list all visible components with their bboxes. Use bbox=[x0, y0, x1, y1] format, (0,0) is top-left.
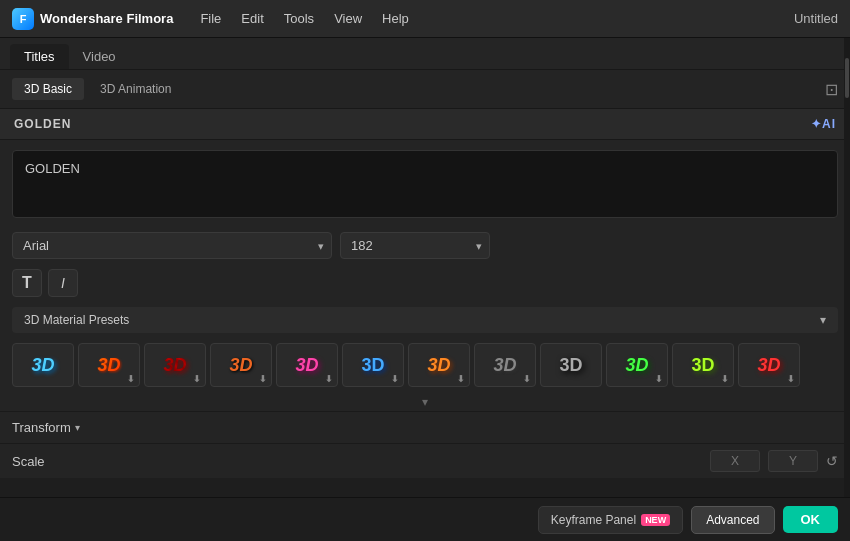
titlebar: F Wondershare Filmora File Edit Tools Vi… bbox=[0, 0, 850, 38]
ok-button[interactable]: OK bbox=[783, 506, 839, 533]
preset-label-4: 3D bbox=[229, 355, 252, 376]
transform-arrow: ▾ bbox=[75, 422, 80, 433]
panel: 3D Basic 3D Animation ⊡ GOLDEN ✦AI GOLDE… bbox=[0, 70, 850, 478]
download-icon-10: ⬇ bbox=[655, 374, 663, 384]
preset-9[interactable]: 3D bbox=[540, 343, 602, 387]
transform-row: Transform ▾ bbox=[0, 411, 850, 443]
scale-reset-icon[interactable]: ↺ bbox=[826, 453, 838, 469]
bottom-bar: Keyframe Panel NEW Advanced OK bbox=[0, 497, 850, 541]
style-row: T I bbox=[0, 263, 850, 303]
menu-bar: File Edit Tools View Help bbox=[191, 7, 417, 30]
download-icon-6: ⬇ bbox=[391, 374, 399, 384]
subtab-3d-basic[interactable]: 3D Basic bbox=[12, 78, 84, 100]
preset-12[interactable]: 3D ⬇ bbox=[738, 343, 800, 387]
download-icon-3: ⬇ bbox=[193, 374, 201, 384]
ai-icon[interactable]: ✦AI bbox=[811, 117, 836, 131]
download-icon-4: ⬇ bbox=[259, 374, 267, 384]
font-select-wrapper: Arial bbox=[12, 232, 332, 259]
scale-y-input[interactable] bbox=[768, 450, 818, 472]
expand-icon[interactable]: ⊡ bbox=[825, 80, 838, 99]
presets-header-label: 3D Material Presets bbox=[24, 313, 129, 327]
transform-label[interactable]: Transform ▾ bbox=[12, 420, 80, 435]
scale-label: Scale bbox=[12, 454, 710, 469]
subtab-3d-animation[interactable]: 3D Animation bbox=[88, 78, 183, 100]
app-name: Wondershare Filmora bbox=[40, 11, 173, 26]
download-icon-7: ⬇ bbox=[457, 374, 465, 384]
preset-label-10: 3D bbox=[625, 355, 648, 376]
right-scrollbar[interactable] bbox=[844, 38, 850, 497]
advanced-button[interactable]: Advanced bbox=[691, 506, 774, 534]
preset-label-7: 3D bbox=[427, 355, 450, 376]
preset-11[interactable]: 3D ⬇ bbox=[672, 343, 734, 387]
preset-label-8: 3D bbox=[493, 355, 516, 376]
presets-row: 3D 3D ⬇ 3D ⬇ 3D ⬇ 3D ⬇ 3D ⬇ 3D ⬇ 3D ⬇ bbox=[0, 337, 850, 393]
menu-help[interactable]: Help bbox=[373, 7, 418, 30]
logo-icon: F bbox=[12, 8, 34, 30]
bold-button[interactable]: T bbox=[12, 269, 42, 297]
preset-label-11: 3D bbox=[691, 355, 714, 376]
font-row: Arial 182 bbox=[0, 228, 850, 263]
window-title: Untitled bbox=[794, 11, 838, 26]
preview-text: GOLDEN bbox=[25, 161, 80, 176]
preset-6[interactable]: 3D ⬇ bbox=[342, 343, 404, 387]
italic-button[interactable]: I bbox=[48, 269, 78, 297]
subtab-row: 3D Basic 3D Animation ⊡ bbox=[0, 70, 850, 109]
download-icon-11: ⬇ bbox=[721, 374, 729, 384]
scrollbar-thumb bbox=[845, 58, 849, 98]
preset-7[interactable]: 3D ⬇ bbox=[408, 343, 470, 387]
preset-4[interactable]: 3D ⬇ bbox=[210, 343, 272, 387]
scale-row: Scale ↺ bbox=[0, 443, 850, 478]
preset-label-2: 3D bbox=[97, 355, 120, 376]
transform-text: Transform bbox=[12, 420, 71, 435]
scroll-indicator: ▾ bbox=[0, 393, 850, 411]
download-icon-5: ⬇ bbox=[325, 374, 333, 384]
font-size-select[interactable]: 182 bbox=[340, 232, 490, 259]
tab-titles[interactable]: Titles bbox=[10, 44, 69, 69]
tab-video[interactable]: Video bbox=[69, 44, 130, 69]
section-label: GOLDEN ✦AI bbox=[0, 109, 850, 140]
new-badge: NEW bbox=[641, 514, 670, 526]
font-select[interactable]: Arial bbox=[12, 232, 332, 259]
preset-label-1: 3D bbox=[31, 355, 54, 376]
preset-3[interactable]: 3D ⬇ bbox=[144, 343, 206, 387]
download-icon-2: ⬇ bbox=[127, 374, 135, 384]
presets-chevron-icon: ▾ bbox=[820, 313, 826, 327]
download-icon-8: ⬇ bbox=[523, 374, 531, 384]
preset-10[interactable]: 3D ⬇ bbox=[606, 343, 668, 387]
preset-label-6: 3D bbox=[361, 355, 384, 376]
scale-x-input[interactable] bbox=[710, 450, 760, 472]
section-label-text: GOLDEN bbox=[14, 117, 71, 131]
app-logo: F Wondershare Filmora bbox=[12, 8, 173, 30]
main-tab-row: Titles Video bbox=[0, 38, 850, 70]
preset-label-3: 3D bbox=[163, 355, 186, 376]
download-icon-12: ⬇ bbox=[787, 374, 795, 384]
preset-1[interactable]: 3D bbox=[12, 343, 74, 387]
menu-tools[interactable]: Tools bbox=[275, 7, 323, 30]
scale-numbers bbox=[710, 450, 818, 472]
menu-view[interactable]: View bbox=[325, 7, 371, 30]
preset-5[interactable]: 3D ⬇ bbox=[276, 343, 338, 387]
menu-file[interactable]: File bbox=[191, 7, 230, 30]
menu-edit[interactable]: Edit bbox=[232, 7, 272, 30]
preset-label-12: 3D bbox=[757, 355, 780, 376]
size-select-wrapper: 182 bbox=[340, 232, 490, 259]
preset-8[interactable]: 3D ⬇ bbox=[474, 343, 536, 387]
scroll-chevron: ▾ bbox=[422, 395, 428, 409]
preset-label-9: 3D bbox=[559, 355, 582, 376]
keyframe-panel-button[interactable]: Keyframe Panel NEW bbox=[538, 506, 683, 534]
text-preview-area[interactable]: GOLDEN bbox=[12, 150, 838, 218]
preset-label-5: 3D bbox=[295, 355, 318, 376]
preset-2[interactable]: 3D ⬇ bbox=[78, 343, 140, 387]
keyframe-label: Keyframe Panel bbox=[551, 513, 636, 527]
presets-header[interactable]: 3D Material Presets ▾ bbox=[12, 307, 838, 333]
